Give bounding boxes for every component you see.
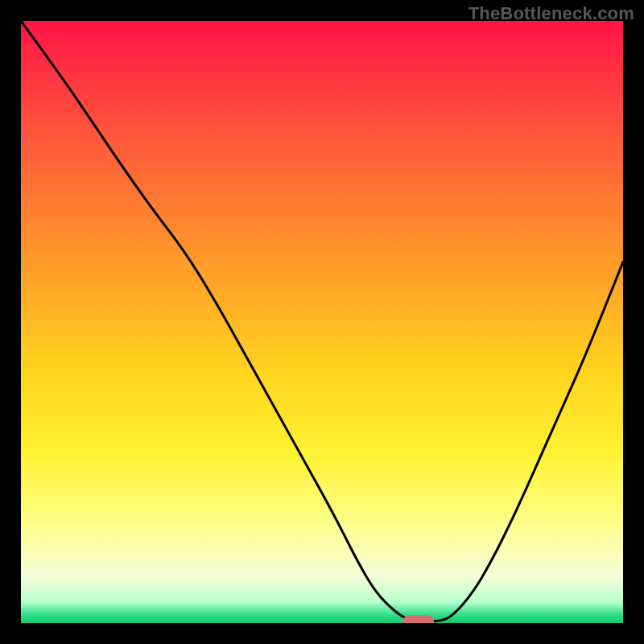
chart-frame: { "watermark": "TheBottleneck.com", "col…	[0, 0, 644, 644]
plot-background	[21, 21, 623, 623]
bottleneck-chart	[0, 0, 644, 644]
watermark-text: TheBottleneck.com	[469, 3, 634, 24]
optimum-marker	[402, 615, 434, 627]
